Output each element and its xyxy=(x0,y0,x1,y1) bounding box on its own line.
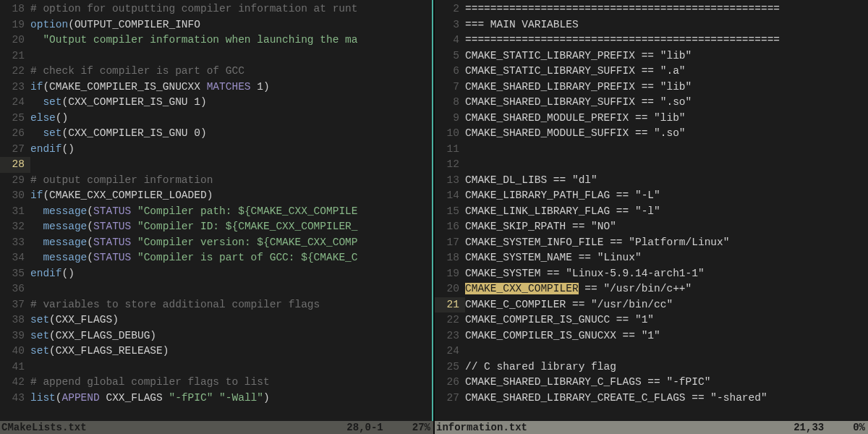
code-line[interactable]: 23CMAKE_COMPILER_IS_GNUCXX == "1" xyxy=(435,328,868,344)
line-content[interactable]: CMAKE_SHARED_MODULE_PREFIX == "lib" xyxy=(465,111,868,127)
line-content[interactable]: // C shared library flag xyxy=(465,359,868,375)
code-line[interactable]: 11 xyxy=(435,142,868,158)
line-content[interactable]: # append global compiler flags to list xyxy=(30,375,433,391)
line-content[interactable] xyxy=(465,142,868,158)
line-content[interactable]: CMAKE_DL_LIBS == "dl" xyxy=(465,173,868,189)
line-content[interactable]: if(CMAKE_COMPILER_IS_GNUCXX MATCHES 1) xyxy=(30,80,433,95)
code-line[interactable]: 35endif() xyxy=(0,266,433,282)
line-content[interactable] xyxy=(30,48,433,64)
code-line[interactable]: 26 set(CXX_COMPILER_IS_GNU 0) xyxy=(0,126,433,142)
code-line[interactable]: 2=======================================… xyxy=(435,1,868,17)
code-line[interactable]: 27endif() xyxy=(0,142,433,158)
code-line[interactable]: 25// C shared library flag xyxy=(435,359,868,375)
line-content[interactable]: CMAKE_SHARED_MODULE_SUFFIX == ".so" xyxy=(465,126,868,142)
code-line[interactable]: 24 set(CXX_COMPILER_IS_GNU 1) xyxy=(0,95,433,111)
code-line[interactable]: 21CMAKE_C_COMPILER == "/usr/bin/cc" xyxy=(435,297,868,313)
code-line[interactable]: 12 xyxy=(435,157,868,173)
code-line[interactable]: 25else() xyxy=(0,111,433,127)
code-line[interactable]: 17CMAKE_SYSTEM_INFO_FILE == "Platform/Li… xyxy=(435,235,868,251)
code-line[interactable]: 33 message(STATUS "Compiler version: ${C… xyxy=(0,235,433,251)
line-content[interactable]: CMAKE_C_COMPILER == "/usr/bin/cc" xyxy=(465,297,868,313)
code-line[interactable]: 29# output compiler information xyxy=(0,173,433,189)
code-line[interactable]: 43list(APPEND CXX_FLAGS "-fPIC" "-Wall") xyxy=(0,391,433,407)
line-content[interactable]: CMAKE_STATIC_LIBRARY_SUFFIX == ".a" xyxy=(465,64,868,80)
line-content[interactable]: else() xyxy=(30,111,433,127)
line-content[interactable]: # option for outputting compiler informa… xyxy=(30,1,433,17)
line-content[interactable]: set(CXX_COMPILER_IS_GNU 0) xyxy=(30,126,433,142)
line-content[interactable]: # output compiler information xyxy=(30,173,433,189)
line-content[interactable]: endif() xyxy=(30,142,433,158)
code-line[interactable]: 7CMAKE_SHARED_LIBRARY_PREFIX == "lib" xyxy=(435,80,868,95)
line-content[interactable]: CMAKE_SYSTEM == "Linux-5.9.14-arch1-1" xyxy=(465,266,868,282)
code-line[interactable]: 26CMAKE_SHARED_LIBRARY_C_FLAGS == "-fPIC… xyxy=(435,375,868,391)
code-line[interactable]: 19CMAKE_SYSTEM == "Linux-5.9.14-arch1-1" xyxy=(435,266,868,282)
code-line[interactable]: 6CMAKE_STATIC_LIBRARY_SUFFIX == ".a" xyxy=(435,64,868,80)
code-line[interactable]: 21 xyxy=(0,48,433,64)
code-line[interactable]: 15CMAKE_LINK_LIBRARY_FLAG == "-l" xyxy=(435,204,868,220)
code-line[interactable]: 20 "Output compiler information when lau… xyxy=(0,33,433,48)
code-line[interactable]: 28 xyxy=(0,157,433,173)
code-line[interactable]: 18CMAKE_SYSTEM_NAME == "Linux" xyxy=(435,250,868,266)
line-content[interactable]: # check if compiler is part of GCC xyxy=(30,64,433,80)
code-line[interactable]: 24 xyxy=(435,344,868,359)
code-line[interactable]: 13CMAKE_DL_LIBS == "dl" xyxy=(435,173,868,189)
line-content[interactable]: CMAKE_SKIP_RPATH == "NO" xyxy=(465,219,868,235)
code-line[interactable]: 3=== MAIN VARIABLES xyxy=(435,17,868,33)
line-content[interactable]: "Output compiler information when launch… xyxy=(30,33,433,48)
code-area-right[interactable]: 2=======================================… xyxy=(435,0,868,421)
code-line[interactable]: 5CMAKE_STATIC_LIBRARY_PREFIX == "lib" xyxy=(435,48,868,64)
line-content[interactable]: CMAKE_COMPILER_IS_GNUCC == "1" xyxy=(465,312,868,328)
line-content[interactable]: endif() xyxy=(30,266,433,282)
line-content[interactable]: list(APPEND CXX_FLAGS "-fPIC" "-Wall") xyxy=(30,391,433,407)
line-content[interactable]: ========================================… xyxy=(465,33,868,48)
code-line[interactable]: 36 xyxy=(0,281,433,297)
code-line[interactable]: 40set(CXX_FLAGS_RELEASE) xyxy=(0,344,433,359)
line-content[interactable] xyxy=(30,157,433,173)
line-content[interactable]: ========================================… xyxy=(465,1,868,17)
code-line[interactable]: 22CMAKE_COMPILER_IS_GNUCC == "1" xyxy=(435,312,868,328)
code-line[interactable]: 10CMAKE_SHARED_MODULE_SUFFIX == ".so" xyxy=(435,126,868,142)
line-content[interactable]: set(CXX_FLAGS_DEBUG) xyxy=(30,328,433,344)
code-line[interactable]: 22# check if compiler is part of GCC xyxy=(0,64,433,80)
code-line[interactable]: 42# append global compiler flags to list xyxy=(0,375,433,391)
line-content[interactable]: CMAKE_SYSTEM_INFO_FILE == "Platform/Linu… xyxy=(465,235,868,251)
code-line[interactable]: 4=======================================… xyxy=(435,33,868,48)
code-line[interactable]: 32 message(STATUS "Compiler ID: ${CMAKE_… xyxy=(0,219,433,235)
code-line[interactable]: 14CMAKE_LIBRARY_PATH_FLAG == "-L" xyxy=(435,188,868,204)
code-line[interactable]: 9CMAKE_SHARED_MODULE_PREFIX == "lib" xyxy=(435,111,868,127)
line-content[interactable]: CMAKE_SHARED_LIBRARY_CREATE_C_FLAGS == "… xyxy=(465,391,868,407)
code-line[interactable]: 8CMAKE_SHARED_LIBRARY_SUFFIX == ".so" xyxy=(435,95,868,111)
code-line[interactable]: 27CMAKE_SHARED_LIBRARY_CREATE_C_FLAGS ==… xyxy=(435,391,868,407)
line-content[interactable]: CMAKE_LINK_LIBRARY_FLAG == "-l" xyxy=(465,204,868,220)
code-line[interactable]: 18# option for outputting compiler infor… xyxy=(0,1,433,17)
code-line[interactable]: 34 message(STATUS "Compiler is part of G… xyxy=(0,250,433,266)
editor-pane-left[interactable]: 18# option for outputting compiler infor… xyxy=(0,0,433,434)
line-content[interactable]: CMAKE_SHARED_LIBRARY_PREFIX == "lib" xyxy=(465,80,868,95)
line-content[interactable]: CMAKE_COMPILER_IS_GNUCXX == "1" xyxy=(465,328,868,344)
editor-pane-right[interactable]: 2=======================================… xyxy=(435,0,868,434)
line-content[interactable] xyxy=(30,281,433,297)
code-line[interactable]: 30if(CMAKE_CXX_COMPILER_LOADED) xyxy=(0,188,433,204)
line-content[interactable]: CMAKE_STATIC_LIBRARY_PREFIX == "lib" xyxy=(465,48,868,64)
code-line[interactable]: 19option(OUTPUT_COMPILER_INFO xyxy=(0,17,433,33)
line-content[interactable]: CMAKE_SHARED_LIBRARY_C_FLAGS == "-fPIC" xyxy=(465,375,868,391)
code-line[interactable]: 37# variables to store additional compil… xyxy=(0,297,433,313)
line-content[interactable] xyxy=(465,344,868,359)
line-content[interactable]: # variables to store additional compiler… xyxy=(30,297,433,313)
code-line[interactable]: 38set(CXX_FLAGS) xyxy=(0,312,433,328)
line-content[interactable]: set(CXX_COMPILER_IS_GNU 1) xyxy=(30,95,433,111)
line-content[interactable]: CMAKE_SHARED_LIBRARY_SUFFIX == ".so" xyxy=(465,95,868,111)
line-content[interactable]: message(STATUS "Compiler is part of GCC:… xyxy=(30,250,433,266)
code-line[interactable]: 16CMAKE_SKIP_RPATH == "NO" xyxy=(435,219,868,235)
code-area-left[interactable]: 18# option for outputting compiler infor… xyxy=(0,0,433,421)
line-content[interactable]: if(CMAKE_CXX_COMPILER_LOADED) xyxy=(30,188,433,204)
line-content[interactable]: CMAKE_CXX_COMPILER == "/usr/bin/c++" xyxy=(465,281,868,297)
line-content[interactable]: message(STATUS "Compiler path: ${CMAKE_C… xyxy=(30,204,433,220)
code-line[interactable]: 23if(CMAKE_COMPILER_IS_GNUCXX MATCHES 1) xyxy=(0,80,433,95)
line-content[interactable]: message(STATUS "Compiler version: ${CMAK… xyxy=(30,235,433,251)
line-content[interactable]: set(CXX_FLAGS_RELEASE) xyxy=(30,344,433,359)
line-content[interactable]: CMAKE_SYSTEM_NAME == "Linux" xyxy=(465,250,868,266)
line-content[interactable] xyxy=(30,359,433,375)
code-line[interactable]: 39set(CXX_FLAGS_DEBUG) xyxy=(0,328,433,344)
code-line[interactable]: 31 message(STATUS "Compiler path: ${CMAK… xyxy=(0,204,433,220)
